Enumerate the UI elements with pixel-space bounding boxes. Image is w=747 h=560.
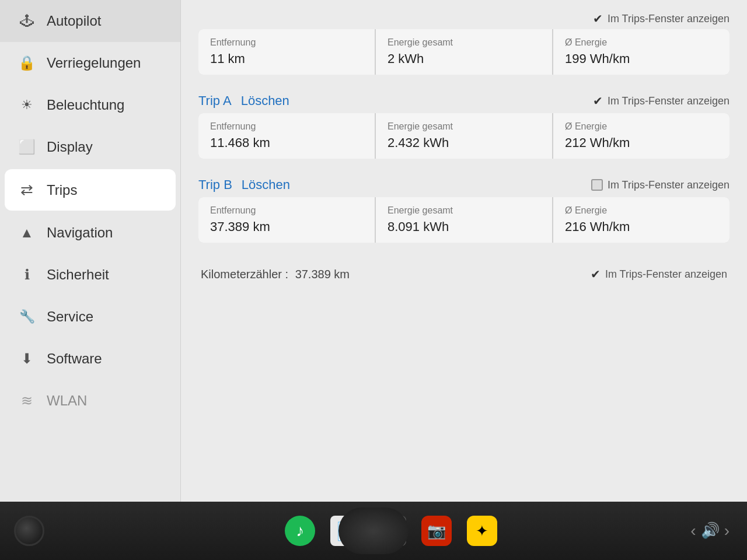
trip-a-header-left: Trip A Löschen	[198, 93, 289, 108]
trip-b-entfernung-label: Entfernung	[210, 205, 363, 216]
trip-b-energie-gesamt-cell: Energie gesamt 8.091 kWh	[376, 197, 552, 243]
spotify-button[interactable]: ♪	[282, 513, 317, 548]
light-icon: ☀	[18, 97, 36, 113]
trip-b-data-grid: Entfernung 37.389 km Energie gesamt 8.09…	[198, 197, 729, 243]
trip-a-energie-gesamt-value: 2.432 kWh	[388, 135, 540, 150]
km-counter-label: Kilometerzähler :	[201, 268, 288, 281]
game-button[interactable]: ✦	[465, 513, 500, 548]
taskbar-right-area: ‹ 🔊 ›	[690, 522, 729, 540]
top-trip-o-energie-label: Ø Energie	[565, 37, 718, 48]
top-trip-checkbox-row: ✔ Im Trips-Fenster anzeigen	[198, 12, 729, 26]
trip-a-o-energie-cell: Ø Energie 212 Wh/km	[553, 113, 729, 159]
trip-b-checkbox-area: Im Trips-Fenster anzeigen	[591, 179, 729, 191]
trip-b-entfernung-cell: Entfernung 37.389 km	[198, 197, 375, 243]
km-counter-value: 37.389 km	[295, 268, 350, 281]
sidebar-item-label: Service	[47, 309, 93, 325]
trip-a-o-energie-label: Ø Energie	[565, 121, 718, 132]
trip-b-o-energie-label: Ø Energie	[565, 205, 718, 216]
trip-a-energie-gesamt-label: Energie gesamt	[388, 121, 540, 132]
top-trip-entfernung-value: 11 km	[210, 51, 363, 66]
trip-a-header: Trip A Löschen ✔ Im Trips-Fenster anzeig…	[198, 93, 729, 108]
top-trip-o-energie-value: 199 Wh/km	[565, 51, 718, 66]
sidebar-item-display[interactable]: ⬜ Display	[0, 126, 180, 168]
sidebar-item-trips[interactable]: ⇄ Trips	[5, 169, 176, 211]
trip-b-loeschen-button[interactable]: Löschen	[242, 177, 290, 192]
trip-a-show-label: Im Trips-Fenster anzeigen	[608, 95, 729, 107]
sidebar-item-label: Autopilot	[47, 13, 101, 29]
sidebar-item-sicherheit[interactable]: ℹ Sicherheit	[0, 254, 180, 296]
nav-arrows: ‹ 🔊 ›	[690, 522, 729, 540]
km-counter-row: Kilometerzähler : 37.389 km ✔ Im Trips-F…	[198, 261, 729, 287]
navigation-icon: ▲	[18, 225, 36, 241]
sidebar-item-software[interactable]: ⬇ Software	[0, 338, 180, 380]
camera2-button[interactable]: 📷	[419, 513, 454, 548]
sidebar-item-label: Beleuchtung	[47, 97, 124, 113]
trip-b-section: Trip B Löschen Im Trips-Fenster anzeigen…	[198, 177, 729, 252]
top-trip-section: ✔ Im Trips-Fenster anzeigen Entfernung 1…	[198, 12, 729, 84]
service-icon: 🔧	[18, 309, 36, 324]
security-icon: ℹ	[18, 267, 36, 283]
trip-b-show-label: Im Trips-Fenster anzeigen	[608, 179, 729, 191]
camera2-icon: 📷	[421, 516, 452, 546]
nav-forward-button[interactable]: ›	[724, 522, 729, 540]
camera-dot-icon	[14, 516, 44, 546]
trip-a-entfernung-cell: Entfernung 11.468 km	[198, 113, 375, 159]
km-counter-left: Kilometerzähler : 37.389 km	[201, 268, 350, 281]
trip-a-o-energie-value: 212 Wh/km	[565, 135, 718, 150]
taskbar-left-area	[12, 513, 47, 548]
sidebar-item-verriegelungen[interactable]: 🔒 Verriegelungen	[0, 42, 180, 84]
trip-a-data-grid: Entfernung 11.468 km Energie gesamt 2.43…	[198, 113, 729, 159]
sidebar-item-beleuchtung[interactable]: ☀ Beleuchtung	[0, 84, 180, 126]
spotify-icon: ♪	[285, 516, 315, 546]
top-trip-checkmark[interactable]: ✔	[593, 12, 603, 26]
display-icon: ⬜	[18, 139, 36, 155]
sidebar-item-label: Display	[47, 139, 93, 155]
top-trip-o-energie-cell: Ø Energie 199 Wh/km	[553, 29, 729, 75]
trip-b-header-left: Trip B Löschen	[198, 177, 290, 192]
trip-a-checkmark[interactable]: ✔	[593, 94, 603, 108]
taskbar-center-blob	[338, 508, 409, 554]
sidebar-item-label: Sicherheit	[47, 267, 109, 283]
trip-a-section: Trip A Löschen ✔ Im Trips-Fenster anzeig…	[198, 93, 729, 168]
trips-icon: ⇄	[18, 181, 36, 199]
sidebar-item-label: Navigation	[47, 225, 113, 241]
top-trip-entfernung-cell: Entfernung 11 km	[198, 29, 375, 75]
km-counter-show-label: Im Trips-Fenster anzeigen	[605, 268, 727, 281]
nav-back-button[interactable]: ‹	[690, 522, 696, 540]
trip-b-o-energie-cell: Ø Energie 216 Wh/km	[553, 197, 729, 243]
sidebar-item-wlan[interactable]: ≋ WLAN	[0, 380, 180, 422]
trip-b-checkbox[interactable]	[591, 179, 603, 191]
trip-b-entfernung-value: 37.389 km	[210, 219, 363, 235]
sidebar-item-label: WLAN	[47, 393, 87, 409]
top-trip-data-grid: Entfernung 11 km Energie gesamt 2 kWh Ø …	[198, 29, 729, 75]
trip-a-energie-gesamt-cell: Energie gesamt 2.432 kWh	[376, 113, 552, 159]
sidebar: 🕹 Autopilot 🔒 Verriegelungen ☀ Beleuchtu…	[0, 0, 181, 502]
top-trip-energie-gesamt-label: Energie gesamt	[388, 37, 540, 48]
lock-icon: 🔒	[18, 55, 36, 71]
volume-icon: 🔊	[701, 522, 720, 540]
top-trip-energie-gesamt-cell: Energie gesamt 2 kWh	[376, 29, 552, 75]
km-counter-right: ✔ Im Trips-Fenster anzeigen	[591, 267, 727, 281]
trip-a-loeschen-button[interactable]: Löschen	[241, 93, 289, 108]
top-trip-show-label: Im Trips-Fenster anzeigen	[608, 13, 729, 25]
taskbar: ♪ 📄 • • • 📷 ✦ ‹ 🔊 ›	[0, 502, 747, 560]
game-icon: ✦	[467, 516, 497, 546]
sidebar-item-label: Verriegelungen	[47, 55, 141, 71]
top-trip-energie-gesamt-value: 2 kWh	[388, 51, 540, 66]
trip-b-o-energie-value: 216 Wh/km	[565, 219, 718, 235]
trip-b-header: Trip B Löschen Im Trips-Fenster anzeigen	[198, 177, 729, 192]
trip-b-energie-gesamt-value: 8.091 kWh	[388, 219, 540, 235]
sidebar-item-service[interactable]: 🔧 Service	[0, 296, 180, 338]
trips-panel: ✔ Im Trips-Fenster anzeigen Entfernung 1…	[181, 0, 747, 502]
km-counter-checkmark[interactable]: ✔	[591, 267, 601, 281]
software-icon: ⬇	[18, 351, 36, 367]
camera-dot-button[interactable]	[12, 513, 47, 548]
sidebar-item-label: Software	[47, 351, 102, 367]
top-trip-entfernung-label: Entfernung	[210, 37, 363, 48]
trip-a-checkbox-area: ✔ Im Trips-Fenster anzeigen	[593, 94, 729, 108]
sidebar-item-navigation[interactable]: ▲ Navigation	[0, 212, 180, 254]
trip-b-title: Trip B	[198, 177, 232, 192]
autopilot-icon: 🕹	[18, 13, 36, 29]
sidebar-item-autopilot[interactable]: 🕹 Autopilot	[0, 0, 180, 42]
trip-b-energie-gesamt-label: Energie gesamt	[388, 205, 540, 216]
